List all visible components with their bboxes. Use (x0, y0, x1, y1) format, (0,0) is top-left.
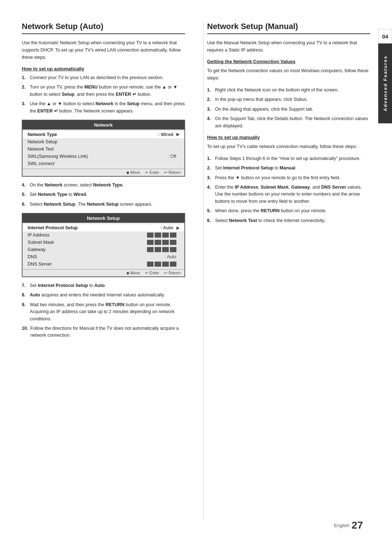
right-subsection2-title: How to set up manually (207, 135, 371, 140)
right-steps-list2: 1. Follow Steps 1 through 6 in the "How … (207, 155, 371, 224)
network-row-swl: SWL(Samsung Wireless Link) : Off (23, 153, 184, 160)
left-steps-list3: 7. Set Internet Protocol Setup to Auto. … (22, 282, 185, 339)
setup-row-dns-server: DNS Server (23, 260, 184, 268)
network-setup-box-body: Internet Protocol Setup : Auto ▶ IP Addr… (23, 223, 184, 269)
network-box-footer: ◆ Move ↵ Enter ↩ Return (23, 169, 184, 176)
list-item: 2. In the pop-up menu that appears, clic… (207, 96, 371, 103)
left-steps-list2: 4. On the Network screen, select Network… (22, 182, 185, 208)
list-item: 10. Follow the directions for Manual if … (22, 325, 185, 339)
list-item: 3. Use the ▲ or ▼ button to select Netwo… (22, 100, 185, 115)
right-steps-list1: 1. Right click the Network icon on the b… (207, 87, 371, 130)
left-title: Network Setup (Auto) (22, 22, 185, 34)
setup-row-subnet: Subnet Mask (23, 239, 184, 246)
list-item: 3. On the dialog that appears, click the… (207, 106, 371, 113)
right-subsection2-intro: To set up your TV's cable network connec… (207, 143, 371, 150)
chapter-label: Advanced Features (383, 56, 388, 111)
list-item: 2. Turn on your TV, press the MENU butto… (22, 84, 185, 98)
left-intro: Use the Automatic Network Setup when con… (22, 39, 185, 61)
list-item: 6. Select Network Test to check the Inte… (207, 217, 371, 224)
right-column: Network Setup (Manual) Use the Manual Ne… (203, 22, 371, 520)
left-subsection1-title: How to set up automatically (22, 66, 185, 71)
network-box-body: Network Type : Wired ▶ Network Setup Net… (23, 130, 184, 169)
setup-row-ip: IP Address (23, 231, 184, 239)
footer-page: 27 (352, 520, 363, 531)
network-row-type: Network Type : Wired ▶ (23, 131, 184, 138)
list-item: 4. Enter the IP Address, Subnet Mask, Ga… (207, 184, 371, 205)
list-item: 1. Follow Steps 1 through 6 in the "How … (207, 155, 371, 162)
network-row-setup: Network Setup (23, 138, 184, 145)
list-item: 1. Right click the Network icon on the b… (207, 87, 371, 94)
network-box-title: Network (23, 120, 184, 130)
network-row-swlconnect: SWL connect (23, 160, 184, 167)
list-item: 6. Select Network Setup. The Network Set… (22, 201, 185, 208)
list-item: 5. When done, press the RETURN button on… (207, 208, 371, 214)
left-column: Network Setup (Auto) Use the Automatic N… (22, 22, 189, 520)
list-item: 1. Connect your TV to your LAN as descri… (22, 74, 185, 81)
right-intro: Use the Manual Network Setup when connec… (207, 39, 371, 54)
right-title: Network Setup (Manual) (207, 22, 371, 34)
chapter-num: 04 (378, 29, 392, 44)
page-body: Network Setup (Auto) Use the Automatic N… (0, 0, 392, 542)
left-steps-list: 1. Connect your TV to your LAN as descri… (22, 74, 185, 115)
list-item: 5. Set Network Type to Wired. (22, 191, 185, 198)
network-box: Network Network Type : Wired ▶ Network S… (22, 120, 185, 177)
network-setup-box-footer: ◆ Move ↵ Enter ↩ Return (23, 269, 184, 276)
list-item: 2. Set Internet Protocol Setup to Manual… (207, 165, 371, 172)
footer-lang: English (334, 523, 350, 528)
list-item: 7. Set Internet Protocol Setup to Auto. (22, 282, 185, 289)
list-item: 4. On the Support Tab, click the Details… (207, 115, 371, 130)
setup-row-protocol: Internet Protocol Setup : Auto ▶ (23, 224, 184, 231)
right-subsection1-intro: To get the Network connection values on … (207, 67, 371, 82)
network-row-test: Network Test (23, 145, 184, 153)
list-item: 8. Auto acquires and enters the needed I… (22, 292, 185, 299)
list-item: 9. Wait two minutes, and then press the … (22, 301, 185, 323)
setup-row-gateway: Gateway (23, 246, 184, 253)
page-footer: English 27 (334, 520, 363, 531)
network-setup-box-title: Network Setup (23, 214, 184, 223)
list-item: 3. Press the ▼ button on your remote to … (207, 174, 371, 181)
chapter-side-tab: Advanced Features (378, 44, 392, 123)
setup-row-dns: DNS : Auto (23, 253, 184, 260)
list-item: 4. On the Network screen, select Network… (22, 182, 185, 189)
right-subsection1-title: Getting the Network Connection Values (207, 59, 371, 64)
network-setup-box: Network Setup Internet Protocol Setup : … (22, 213, 185, 277)
